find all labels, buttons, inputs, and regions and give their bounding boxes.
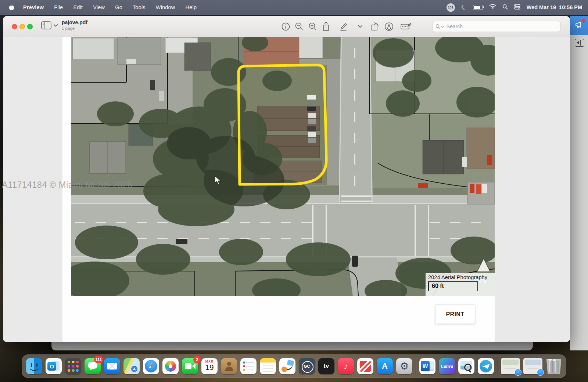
markup-pointer-icon[interactable] (384, 22, 394, 31)
mls-watermark: A11714184 © Miami MLS® 2025 (2, 180, 133, 190)
zoom-window-button[interactable] (27, 24, 33, 29)
dock-item-facetime[interactable]: 2 (182, 358, 198, 374)
aerial-photo: N 2024 Aerial Photography 60 ft (71, 37, 495, 296)
battery-icon[interactable] (473, 5, 483, 10)
menu-item-edit[interactable]: Edit (68, 4, 88, 10)
cloud-status-icon[interactable]: 131 (447, 3, 455, 12)
desktop: { "menu_bar": { "items": ["Preview", "Fi… (0, 0, 588, 382)
menu-item-window[interactable]: Window (151, 4, 180, 10)
dock-item-minimized-window-1[interactable] (501, 358, 520, 374)
markup-pen-icon[interactable] (338, 22, 348, 31)
dock-item-calendar[interactable]: MAR 19 (201, 358, 218, 374)
dock-item-safari[interactable] (143, 358, 159, 374)
dock-item-outlook[interactable]: O (46, 358, 62, 374)
chevron-down-icon (54, 24, 58, 27)
notification-dot (582, 19, 585, 22)
mouse-cursor (214, 176, 223, 187)
dock-item-notes[interactable] (260, 358, 276, 374)
zoom-in-icon[interactable] (308, 22, 317, 31)
menu-item-go[interactable]: Go (110, 4, 128, 10)
menu-item-file[interactable]: File (49, 4, 68, 10)
dock-item-trash[interactable] (546, 358, 562, 374)
dock-item-word[interactable]: W (419, 358, 435, 374)
markup-options-chevron-icon[interactable] (358, 25, 362, 28)
dock-divider (416, 358, 416, 375)
search-scope-chevron-icon (441, 26, 444, 28)
dock-item-game-center[interactable]: GC (299, 358, 315, 374)
zoom-out-icon[interactable] (295, 22, 304, 31)
minimize-button[interactable] (19, 24, 25, 29)
hide-panel-icon[interactable] (575, 39, 584, 47)
dock-item-freeform[interactable] (279, 358, 295, 374)
megaphone-icon (574, 21, 584, 31)
spotlight-search-icon[interactable] (502, 4, 508, 11)
background-window-edge (570, 35, 588, 350)
focus-moon-icon[interactable]: ☾ (460, 4, 467, 11)
menu-item-tools[interactable]: Tools (128, 4, 151, 10)
search-input[interactable] (446, 23, 557, 30)
dock-item-launchpad[interactable] (65, 358, 81, 374)
close-button[interactable] (12, 24, 17, 29)
menu-item-view[interactable]: View (88, 4, 110, 10)
page-count: 1 page (62, 26, 87, 30)
share-icon[interactable] (322, 22, 330, 31)
dock-item-reminders[interactable] (240, 358, 257, 374)
preview-window: pajove.pdf 1 page (3, 16, 570, 342)
aerial-photography-label: 2024 Aerial Photography (428, 274, 495, 280)
dock-item-photos[interactable] (162, 358, 179, 374)
dock-item-preview[interactable] (458, 358, 474, 374)
dock-item-music[interactable]: ♪ (338, 358, 354, 374)
messages-badge: 111 (94, 356, 103, 363)
music-note-icon: ♪ (344, 361, 348, 371)
dock-item-finder[interactable] (26, 358, 42, 374)
dock-item-canva[interactable]: Canva (439, 358, 455, 374)
menu-item-preview[interactable]: Preview (18, 4, 49, 10)
dock-item-messages[interactable]: 111 (85, 358, 101, 374)
gear-icon: ⚙ (400, 361, 409, 371)
fill-sign-icon[interactable] (401, 22, 412, 30)
dock-item-contacts[interactable] (221, 358, 237, 374)
wifi-icon[interactable] (489, 4, 496, 11)
apple-menu-icon[interactable] (7, 4, 18, 11)
menu-clock[interactable]: Wed Mar 19 10:56 PM (527, 4, 582, 10)
control-center-icon[interactable] (514, 4, 520, 11)
background-notification-panel (570, 16, 588, 35)
dock-item-apple-tv[interactable]: tv (318, 358, 334, 374)
dock-item-maps[interactable] (123, 358, 140, 374)
search-field[interactable] (432, 21, 561, 32)
document-title: pajove.pdf (62, 19, 87, 25)
menu-item-help[interactable]: Help (180, 4, 202, 10)
aerial-info-box: 2024 Aerial Photography 60 ft (426, 273, 495, 296)
facetime-badge: 2 (193, 356, 201, 363)
dock-item-minimized-window-2[interactable] (523, 358, 542, 374)
search-icon (435, 24, 441, 29)
sidebar-toggle-button[interactable] (41, 21, 58, 29)
window-title-block: pajove.pdf 1 page (62, 19, 87, 30)
print-button[interactable]: PRINT (435, 305, 475, 324)
dock-item-system-settings[interactable]: ⚙ (396, 358, 412, 374)
dock: O 111 2 MAR 19 GC tv ♪ A ⚙ W Canva (22, 354, 566, 378)
dock-item-news[interactable] (357, 358, 373, 374)
menu-bar: Preview File Edit View Go Tools Window H… (0, 0, 588, 15)
window-toolbar: pajove.pdf 1 page (3, 16, 570, 37)
info-icon[interactable] (282, 22, 290, 31)
rotate-icon[interactable] (370, 22, 380, 31)
dock-divider (497, 358, 498, 375)
scale-label: 60 ft (429, 282, 444, 289)
map-scale-bar: 60 ft (428, 281, 478, 291)
dock-item-mail[interactable] (104, 358, 120, 374)
dock-item-app-store[interactable]: A (377, 358, 393, 374)
dock-item-telegram[interactable] (478, 358, 494, 374)
